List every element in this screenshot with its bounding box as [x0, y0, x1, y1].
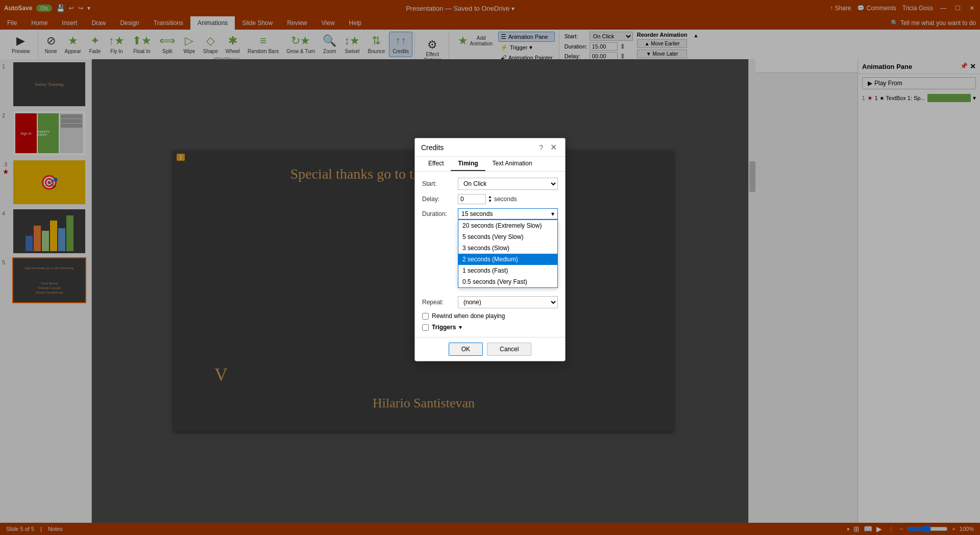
dialog-body: Start: On Click With Previous After Prev…: [415, 172, 565, 337]
dialog-rewind-label[interactable]: Rewind when done playing: [432, 312, 505, 320]
dialog-titlebar: Credits ? ✕: [415, 138, 565, 157]
dialog-duration-container: 15 seconds ▾ 20 seconds (Extremely Slow)…: [458, 208, 558, 220]
dialog-duration-arrow: ▾: [551, 210, 554, 217]
dialog-tab-textanim[interactable]: Text Animation: [485, 157, 540, 171]
duration-option-4[interactable]: 1 seconds (Fast): [458, 265, 557, 276]
dialog-delay-label: Delay:: [422, 196, 458, 203]
dialog-duration-select[interactable]: 15 seconds ▾: [458, 208, 558, 220]
duration-option-2[interactable]: 3 seconds (Slow): [458, 242, 557, 254]
dialog-start-row: Start: On Click With Previous After Prev…: [422, 178, 558, 190]
dialog-triggers-row: Triggers ▾: [422, 324, 558, 331]
dialog-duration-row: Duration: 15 seconds ▾ 20 seconds (Extre…: [422, 208, 558, 220]
dialog-duration-dropdown: 20 seconds (Extremely Slow) 5 seconds (V…: [458, 220, 558, 288]
dialog-repeat-select[interactable]: (none) 2 3 4 5 10 Until Next Click Until…: [458, 296, 558, 308]
dialog-duration-label: Duration:: [422, 210, 458, 217]
dialog-cancel-btn[interactable]: Cancel: [487, 343, 531, 356]
dialog-delay-unit: seconds: [494, 196, 517, 203]
dialog-delay-row: Delay: ▲ ▼ seconds: [422, 194, 558, 204]
credits-dialog: Credits ? ✕ Effect Timing Text Animation…: [414, 138, 566, 361]
dialog-start-label: Start:: [422, 180, 458, 187]
dialog-title: Credits: [421, 143, 444, 152]
duration-option-3[interactable]: 2 seconds (Medium): [458, 254, 557, 265]
dialog-triggers-label[interactable]: Triggers: [432, 324, 456, 331]
duration-option-0[interactable]: 20 seconds (Extremely Slow): [458, 220, 557, 231]
dialog-repeat-label: Repeat:: [422, 299, 458, 306]
dialog-close-btn[interactable]: ✕: [548, 142, 559, 152]
dialog-tabs: Effect Timing Text Animation: [415, 157, 565, 172]
dialog-tab-effect[interactable]: Effect: [421, 157, 451, 171]
dialog-help-btn[interactable]: ?: [537, 142, 545, 152]
dialog-ok-btn[interactable]: OK: [449, 343, 483, 356]
dialog-triggers-expand[interactable]: ▾: [459, 324, 462, 331]
dialog-rewind-row: Rewind when done playing: [422, 312, 558, 320]
dialog-tab-timing[interactable]: Timing: [451, 157, 485, 171]
dialog-rewind-checkbox[interactable]: [422, 313, 429, 320]
dialog-duration-value: 15 seconds: [461, 210, 493, 217]
dialog-footer: OK Cancel: [415, 337, 565, 361]
dialog-overlay: Credits ? ✕ Effect Timing Text Animation…: [0, 0, 980, 535]
dialog-triggers-checkbox[interactable]: [422, 324, 429, 331]
dialog-delay-input[interactable]: [458, 194, 486, 204]
dialog-repeat-row: Repeat: (none) 2 3 4 5 10 Until Next Cli…: [422, 296, 558, 308]
dialog-start-select[interactable]: On Click With Previous After Previous: [458, 178, 558, 190]
duration-option-1[interactable]: 5 seconds (Very Slow): [458, 231, 557, 242]
duration-option-5[interactable]: 0.5 seconds (Very Fast): [458, 276, 557, 287]
dialog-delay-spinner[interactable]: ▲ ▼: [488, 195, 492, 203]
